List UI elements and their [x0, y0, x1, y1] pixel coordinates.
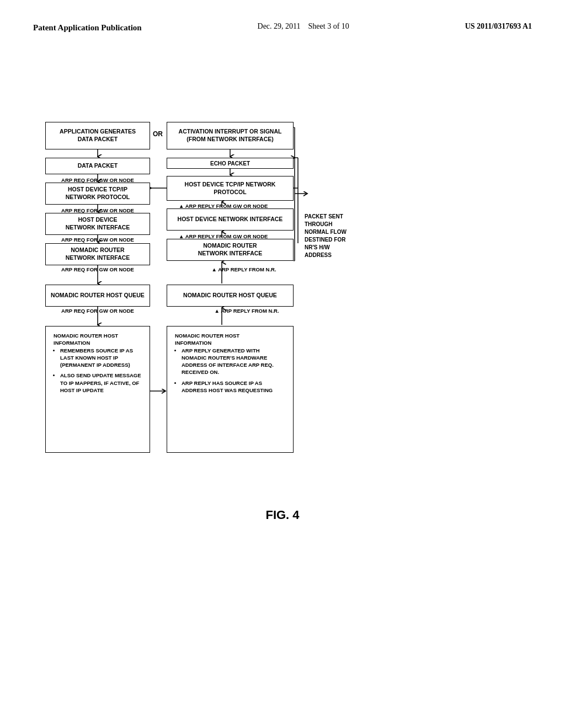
box-nom-router-host-info-right: NOMADIC ROUTER HOSTINFORMATION ARP REPLY…	[167, 326, 294, 453]
header: Patent Application Publication Dec. 29, …	[33, 22, 532, 34]
nom-router-host-info-left-text: NOMADIC ROUTER HOSTINFORMATION REMEMBERS…	[49, 329, 146, 400]
box-activation: ACTIVATION INTERRUPT OR SIGNAL(FROM NETW…	[167, 122, 294, 149]
box-echo-packet: ECHO PACKET	[167, 158, 294, 169]
packet-sent-label: PACKET SENTTHROUGHNORMAL FLOWDESTINED FO…	[305, 213, 376, 259]
box-nomadic-router-ni-left: NOMADIC ROUTERNETWORK INTERFACE	[45, 243, 150, 265]
arp-req-label-5: ARP REQ FOR GW OR NODE	[51, 308, 145, 314]
box-nom-router-host-queue-left: NOMADIC ROUTER HOST QUEUE	[45, 285, 150, 307]
box-host-device-ni-left: HOST DEVICENETWORK INTERFACE	[45, 213, 150, 235]
header-sheet: Sheet 3 of 10	[308, 22, 349, 30]
header-right: US 2011/0317693 A1	[465, 22, 532, 31]
nom-router-host-info-right-text: NOMADIC ROUTER HOSTINFORMATION ARP REPLY…	[170, 329, 290, 400]
box-host-tcp-left: HOST DEVICE TCP/IPNETWORK PROTOCOL	[45, 183, 150, 205]
arp-req-label-3: ARP REQ FOR GW OR NODE	[51, 237, 145, 243]
arp-req-label-4: ARP REQ FOR GW OR NODE	[51, 266, 145, 272]
arp-reply-nr-label-2: ▲ ARP REPLY FROM N.R.	[200, 308, 294, 314]
box-data-packet-left: DATA PACKET	[45, 158, 150, 174]
box-nom-router-host-info-left: NOMADIC ROUTER HOSTINFORMATION REMEMBERS…	[45, 326, 150, 453]
box-nom-router-host-queue-right: NOMADIC ROUTER HOST QUEUE	[167, 285, 294, 307]
fig-label: FIG. 4	[33, 508, 532, 522]
header-left: Patent Application Publication	[33, 22, 142, 34]
diagram-container: APPLICATION GENERATESDATA PACKET OR DATA…	[45, 122, 520, 497]
box-app-generates: APPLICATION GENERATESDATA PACKET	[45, 122, 150, 149]
diagram-area: APPLICATION GENERATESDATA PACKET OR DATA…	[33, 122, 532, 497]
header-center: Dec. 29, 2011 Sheet 3 of 10	[258, 22, 349, 31]
arp-reply-nr-label-1: ▲ ARP REPLY FROM N.R.	[200, 266, 288, 272]
header-date: Dec. 29, 2011	[258, 22, 301, 30]
box-host-device-ni-right: HOST DEVICE NETWORK INTERFACE	[167, 208, 294, 231]
or-label: OR	[153, 130, 163, 138]
box-nom-router-ni-right: NOMADIC ROUTERNETWORK INTERFACE	[167, 239, 294, 261]
page: Patent Application Publication Dec. 29, …	[0, 0, 565, 728]
box-host-tcp-right: HOST DEVICE TCP/IP NETWORKPROTOCOL	[167, 176, 294, 201]
